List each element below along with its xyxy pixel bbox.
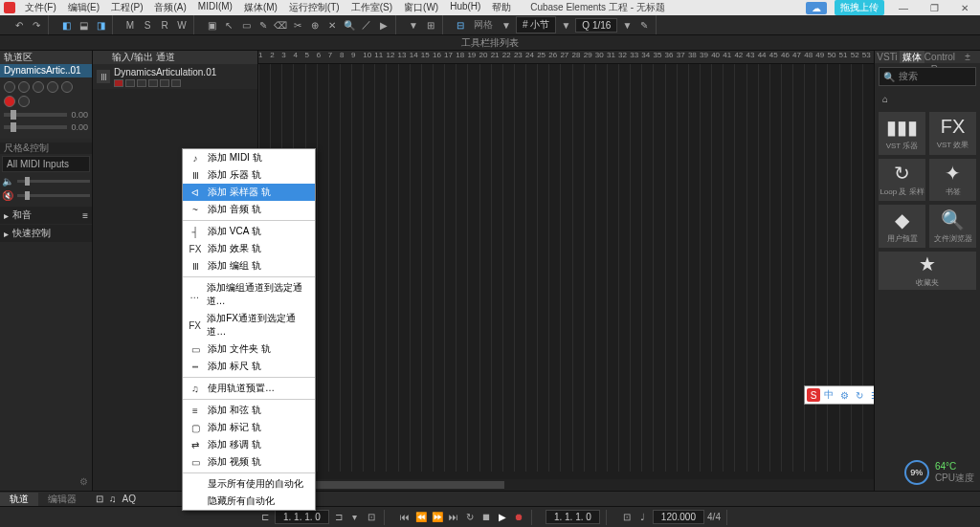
- mute-toggle[interactable]: [4, 81, 15, 93]
- menu-transport[interactable]: 运行控制(T): [285, 1, 344, 14]
- upload-button[interactable]: 拖拽上传: [835, 0, 884, 15]
- inspector-settings[interactable]: ⚙: [0, 472, 92, 491]
- tool-glue[interactable]: ⊕: [307, 17, 323, 33]
- context-item[interactable]: Ⅲ添加 乐器 轨: [183, 166, 315, 184]
- tool-range[interactable]: ▭: [238, 17, 254, 33]
- grid-type[interactable]: # 小节: [516, 16, 556, 33]
- tool-select[interactable]: ▣: [204, 17, 219, 33]
- tile-file-browser[interactable]: 🔍文件浏览器: [929, 205, 976, 248]
- cloud-icon[interactable]: ☁: [806, 2, 827, 14]
- menu-edit[interactable]: 编辑(E): [64, 1, 103, 14]
- write-button[interactable]: W: [174, 17, 189, 33]
- bottom-btn-1[interactable]: ⊡: [96, 494, 103, 504]
- arrange-view[interactable]: 1234567891011121314151617181920212223242…: [258, 51, 874, 491]
- ime-btn-2[interactable]: ↻: [853, 388, 866, 402]
- panel-left-button[interactable]: ◧: [58, 17, 74, 33]
- grid-dropdown[interactable]: ▼: [558, 17, 573, 33]
- tool-mute[interactable]: ✕: [324, 17, 340, 33]
- click-button[interactable]: ⊡: [620, 512, 634, 522]
- chord-section[interactable]: ▸和音≡: [0, 207, 92, 224]
- maximize-button[interactable]: ❐: [923, 3, 946, 13]
- track-name[interactable]: DynamicsArticulation.01: [114, 67, 254, 77]
- ime-btn-1[interactable]: ⚙: [837, 388, 851, 402]
- tab-more[interactable]: ±: [955, 51, 980, 63]
- transport-punch-button[interactable]: ▾: [348, 512, 362, 522]
- other-toggle[interactable]: [18, 96, 30, 107]
- timeline-ruler[interactable]: 1234567891011121314151617181920212223242…: [258, 51, 874, 64]
- pan-slider[interactable]: [4, 125, 67, 129]
- tile-vst-instruments[interactable]: ▮▮▮VST 乐器: [879, 112, 925, 155]
- tile-bookmarks[interactable]: ✦书签: [929, 159, 976, 202]
- solo-button[interactable]: S: [140, 17, 155, 33]
- tab-media[interactable]: 媒体: [900, 51, 924, 63]
- playhead-position[interactable]: 1. 1. 1. 0: [546, 510, 600, 524]
- quick-control-section[interactable]: ▸快速控制: [0, 225, 92, 242]
- context-item[interactable]: ⇄添加 移调 轨: [183, 436, 315, 453]
- menu-media[interactable]: 媒体(M): [240, 1, 281, 14]
- bottom-btn-aq[interactable]: AQ: [122, 494, 136, 504]
- snap-button[interactable]: ⊟: [453, 17, 468, 33]
- tile-favorites[interactable]: ★收藏夹: [879, 252, 976, 290]
- menu-hub[interactable]: Hub(H): [446, 1, 484, 14]
- context-item[interactable]: ┅添加 标尺 轨: [183, 358, 315, 375]
- ime-toolbar[interactable]: S 中 ⚙ ↻ ☰ ⇵ ✎ ⊡: [804, 385, 874, 405]
- context-item[interactable]: ~添加 音频 轨: [183, 201, 315, 218]
- fast-forward-button[interactable]: ⏩: [431, 512, 444, 522]
- stop-button[interactable]: ⏹: [479, 512, 493, 522]
- mute-button[interactable]: M: [122, 17, 138, 33]
- bottom-btn-2[interactable]: ♫: [109, 494, 117, 504]
- context-item[interactable]: FX添加FX通道到选定通道…: [183, 310, 315, 340]
- track-rec-button[interactable]: [114, 79, 123, 87]
- loop-button[interactable]: ↻: [463, 512, 477, 522]
- tab-vsti[interactable]: VSTi: [875, 51, 900, 63]
- rewind-button[interactable]: ⏮: [398, 512, 412, 522]
- context-item[interactable]: Ⅲ添加 编组 轨: [183, 257, 315, 274]
- signature-button[interactable]: 4/4: [707, 512, 721, 522]
- minimize-button[interactable]: —: [892, 3, 915, 13]
- tool-erase[interactable]: ⌫: [273, 17, 288, 33]
- search-input[interactable]: 🔍搜索: [879, 67, 976, 86]
- context-item[interactable]: 隐藏所有自动化: [183, 493, 315, 510]
- track-monitor-button[interactable]: [125, 79, 135, 87]
- home-icon[interactable]: ⌂: [875, 90, 980, 108]
- horizontal-scrollbar[interactable]: [258, 479, 874, 491]
- tile-user-presets[interactable]: ◆用户预置: [879, 205, 925, 248]
- menu-file[interactable]: 文件(F): [21, 1, 60, 14]
- panel-bottom-button[interactable]: ⬓: [76, 17, 91, 33]
- menu-studio[interactable]: 工作室(S): [347, 1, 396, 14]
- play-button[interactable]: ▶: [496, 512, 509, 522]
- forward-end-button[interactable]: ⏭: [447, 512, 460, 522]
- tab-tracks[interactable]: 轨道: [0, 493, 38, 506]
- write-auto-toggle[interactable]: [47, 81, 58, 93]
- tool-play[interactable]: ▶: [376, 17, 391, 33]
- input-routing[interactable]: All MIDI Inputs: [2, 156, 90, 172]
- context-item[interactable]: ┤添加 VCA 轨: [183, 223, 315, 240]
- context-item[interactable]: ▭添加 文件夹 轨: [183, 340, 315, 358]
- color-button[interactable]: ▼: [406, 17, 421, 33]
- context-item[interactable]: ᐊ添加 采样器 轨: [183, 184, 315, 201]
- panel-right-button[interactable]: ◨: [93, 17, 108, 33]
- transport-left-locator[interactable]: ⊏: [258, 512, 272, 522]
- context-item[interactable]: ♫使用轨道预置…: [183, 380, 315, 397]
- volume-slider[interactable]: [4, 113, 67, 117]
- ime-btn-3[interactable]: ☰: [868, 388, 874, 402]
- fast-rewind-button[interactable]: ⏪: [414, 512, 428, 522]
- track-read-button[interactable]: [160, 79, 169, 87]
- context-item[interactable]: ♪添加 MIDI 轨: [183, 149, 315, 166]
- channel-fader[interactable]: [17, 180, 90, 183]
- context-item[interactable]: FX添加 效果 轨: [183, 240, 315, 257]
- tool-split[interactable]: ✂: [290, 17, 305, 33]
- channel-fader-2[interactable]: [17, 194, 90, 197]
- read-auto-toggle[interactable]: [33, 81, 44, 93]
- context-item[interactable]: …添加编组通道到选定通道…: [183, 279, 315, 310]
- track-write-button[interactable]: [171, 79, 181, 87]
- track-row[interactable]: Ⅲ DynamicsArticulation.01: [93, 64, 257, 89]
- tile-loops[interactable]: ↻Loop 及 采样: [879, 159, 925, 202]
- tool-line[interactable]: ／: [359, 17, 374, 33]
- context-item[interactable]: ≡添加 和弦 轨: [183, 402, 315, 419]
- transport-cycle-button[interactable]: ⊡: [365, 512, 378, 522]
- left-locator-pos[interactable]: 1. 1. 1. 0: [275, 510, 329, 524]
- tile-vst-effects[interactable]: FXVST 效果: [929, 112, 976, 155]
- menu-audio[interactable]: 音频(A): [150, 1, 189, 14]
- record-button[interactable]: ⏺: [512, 512, 525, 522]
